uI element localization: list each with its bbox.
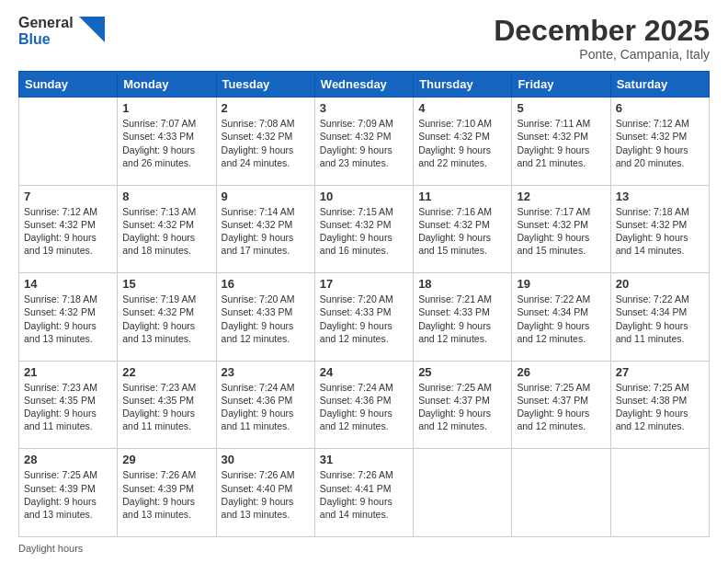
daylight-line: Daylight: 9 hours and 12 minutes.: [320, 319, 408, 345]
sunrise-line: Sunrise: 7:25 AM: [517, 381, 605, 394]
sunrise-line: Sunrise: 7:13 AM: [122, 205, 210, 218]
sunset-line: Sunset: 4:32 PM: [222, 218, 310, 231]
sunset-line: Sunset: 4:32 PM: [222, 130, 310, 143]
calendar-cell: [414, 449, 512, 537]
calendar-cell: 20Sunrise: 7:22 AMSunset: 4:34 PMDayligh…: [610, 273, 709, 362]
col-header-thursday: Thursday: [414, 72, 512, 98]
daylight-line: Daylight: 9 hours and 15 minutes.: [517, 231, 605, 257]
logo-blue: Blue: [18, 31, 51, 47]
sunset-line: Sunset: 4:39 PM: [122, 482, 210, 495]
day-number: 31: [320, 453, 408, 466]
month-title: December 2025: [494, 15, 710, 47]
calendar-cell: 26Sunrise: 7:25 AMSunset: 4:37 PMDayligh…: [512, 361, 610, 449]
day-number: 13: [616, 190, 704, 203]
calendar-cell: 3Sunrise: 7:09 AMSunset: 4:32 PMDaylight…: [314, 98, 413, 186]
day-number: 3: [320, 101, 408, 115]
sunrise-line: Sunrise: 7:25 AM: [24, 468, 112, 481]
sunset-line: Sunset: 4:32 PM: [122, 305, 210, 318]
sunrise-line: Sunrise: 7:09 AM: [320, 117, 408, 130]
calendar-cell: 7Sunrise: 7:12 AMSunset: 4:32 PMDaylight…: [19, 185, 118, 273]
daylight-line: Daylight: 9 hours and 18 minutes.: [122, 231, 210, 257]
day-number: 27: [616, 365, 704, 379]
daylight-line: Daylight: 9 hours and 14 minutes.: [320, 495, 408, 521]
daylight-line: Daylight: 9 hours and 12 minutes.: [222, 319, 310, 345]
col-header-saturday: Saturday: [610, 72, 709, 98]
calendar-cell: 14Sunrise: 7:18 AMSunset: 4:32 PMDayligh…: [19, 273, 118, 362]
daylight-line: Daylight: 9 hours and 19 minutes.: [24, 231, 112, 257]
sunset-line: Sunset: 4:40 PM: [222, 482, 310, 495]
day-number: 15: [122, 277, 210, 291]
daylight-line: Daylight: 9 hours and 12 minutes.: [517, 319, 605, 345]
sunset-line: Sunset: 4:37 PM: [517, 394, 605, 407]
calendar-cell: 8Sunrise: 7:13 AMSunset: 4:32 PMDaylight…: [118, 185, 216, 273]
calendar-cell: [19, 98, 118, 186]
calendar-cell: 17Sunrise: 7:20 AMSunset: 4:33 PMDayligh…: [314, 273, 413, 362]
sunrise-line: Sunrise: 7:22 AM: [616, 293, 704, 305]
sunrise-line: Sunrise: 7:10 AM: [418, 117, 506, 130]
daylight-line: Daylight: 9 hours and 11 minutes.: [222, 407, 310, 432]
sunset-line: Sunset: 4:41 PM: [320, 482, 408, 495]
daylight-line: Daylight: 9 hours and 16 minutes.: [320, 231, 408, 257]
calendar-cell: 12Sunrise: 7:17 AMSunset: 4:32 PMDayligh…: [512, 185, 610, 273]
daylight-line: Daylight: 9 hours and 12 minutes.: [616, 407, 704, 432]
calendar-cell: 27Sunrise: 7:25 AMSunset: 4:38 PMDayligh…: [610, 361, 709, 449]
daylight-line: Daylight: 9 hours and 17 minutes.: [222, 231, 310, 257]
calendar-cell: 30Sunrise: 7:26 AMSunset: 4:40 PMDayligh…: [216, 449, 314, 537]
sunrise-line: Sunrise: 7:11 AM: [517, 117, 605, 130]
day-number: 6: [616, 101, 704, 115]
day-number: 7: [24, 190, 112, 203]
sunrise-line: Sunrise: 7:26 AM: [122, 468, 210, 481]
sunrise-line: Sunrise: 7:18 AM: [24, 293, 112, 305]
calendar-cell: 21Sunrise: 7:23 AMSunset: 4:35 PMDayligh…: [19, 361, 118, 449]
sunset-line: Sunset: 4:32 PM: [418, 130, 506, 143]
daylight-line: Daylight: 9 hours and 21 minutes.: [517, 144, 605, 169]
day-number: 12: [517, 190, 605, 203]
daylight-line: Daylight: 9 hours and 13 minutes.: [122, 495, 210, 521]
sunrise-line: Sunrise: 7:25 AM: [616, 381, 704, 394]
sunrise-line: Sunrise: 7:18 AM: [616, 205, 704, 218]
calendar-cell: 9Sunrise: 7:14 AMSunset: 4:32 PMDaylight…: [216, 185, 314, 273]
sunset-line: Sunset: 4:32 PM: [517, 130, 605, 143]
day-number: 19: [517, 277, 605, 291]
logo-wordmark: General Blue: [18, 15, 74, 47]
sunrise-line: Sunrise: 7:24 AM: [320, 381, 408, 394]
sunrise-line: Sunrise: 7:15 AM: [320, 205, 408, 218]
day-number: 10: [320, 190, 408, 203]
sunset-line: Sunset: 4:37 PM: [418, 394, 506, 407]
daylight-line: Daylight: 9 hours and 12 minutes.: [418, 407, 506, 432]
sunrise-line: Sunrise: 7:20 AM: [320, 293, 408, 305]
daylight-line: Daylight: 9 hours and 11 minutes.: [122, 407, 210, 432]
logo-general: General: [18, 15, 74, 30]
calendar-cell: 25Sunrise: 7:25 AMSunset: 4:37 PMDayligh…: [414, 361, 512, 449]
week-row-4: 28Sunrise: 7:25 AMSunset: 4:39 PMDayligh…: [19, 449, 710, 537]
footer-note: Daylight hours: [18, 543, 710, 554]
day-number: 22: [122, 365, 210, 379]
week-row-0: 1Sunrise: 7:07 AMSunset: 4:33 PMDaylight…: [19, 98, 710, 186]
col-header-friday: Friday: [512, 72, 610, 98]
calendar-cell: 29Sunrise: 7:26 AMSunset: 4:39 PMDayligh…: [118, 449, 216, 537]
calendar-cell: 11Sunrise: 7:16 AMSunset: 4:32 PMDayligh…: [414, 185, 512, 273]
day-number: 23: [222, 365, 310, 379]
day-number: 21: [24, 365, 112, 379]
daylight-line: Daylight: 9 hours and 11 minutes.: [616, 319, 704, 345]
location: Ponte, Campania, Italy: [494, 47, 710, 62]
calendar-cell: 16Sunrise: 7:20 AMSunset: 4:33 PMDayligh…: [216, 273, 314, 362]
sunrise-line: Sunrise: 7:20 AM: [222, 293, 310, 305]
calendar-cell: [610, 449, 709, 537]
sunset-line: Sunset: 4:33 PM: [122, 130, 210, 143]
day-number: 29: [122, 453, 210, 466]
daylight-line: Daylight: 9 hours and 12 minutes.: [320, 407, 408, 432]
sunrise-line: Sunrise: 7:14 AM: [222, 205, 310, 218]
day-number: 24: [320, 365, 408, 379]
calendar-table: SundayMondayTuesdayWednesdayThursdayFrid…: [18, 71, 710, 537]
sunrise-line: Sunrise: 7:17 AM: [517, 205, 605, 218]
day-number: 28: [24, 453, 112, 466]
daylight-line: Daylight: 9 hours and 11 minutes.: [24, 407, 112, 432]
daylight-line: Daylight: 9 hours and 13 minutes.: [24, 319, 112, 345]
sunset-line: Sunset: 4:33 PM: [320, 305, 408, 318]
sunrise-line: Sunrise: 7:12 AM: [24, 205, 112, 218]
sunrise-line: Sunrise: 7:23 AM: [122, 381, 210, 394]
day-number: 8: [122, 190, 210, 203]
day-number: 4: [418, 101, 506, 115]
calendar-cell: 5Sunrise: 7:11 AMSunset: 4:32 PMDaylight…: [512, 98, 610, 186]
